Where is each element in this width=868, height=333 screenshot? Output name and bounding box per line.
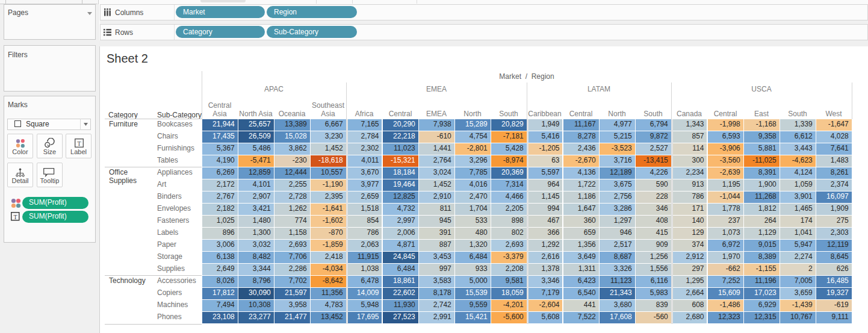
svg-text:T: T [77, 140, 81, 147]
svg-text:T: T [13, 214, 17, 220]
